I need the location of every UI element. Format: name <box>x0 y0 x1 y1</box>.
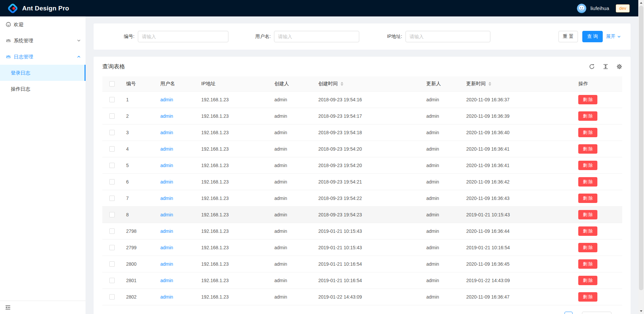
sidebar-item-label: 系统管理 <box>14 38 77 44</box>
query-button[interactable]: 查 询 <box>582 31 603 42</box>
field-ip: IP地址: <box>362 31 490 42</box>
cell-id: 7 <box>121 190 155 206</box>
delete-button[interactable]: 删 除 <box>578 144 597 154</box>
username-link[interactable]: admin <box>160 146 173 152</box>
username-link[interactable]: admin <box>160 278 173 283</box>
row-checkbox[interactable] <box>109 179 115 185</box>
sidebar-item-label: 欢迎 <box>14 21 81 28</box>
table-row: 2801 admin 192.168.1.23 admin 2019-01-21… <box>102 272 622 289</box>
delete-button[interactable]: 删 除 <box>578 161 597 170</box>
cell-updater: admin <box>421 91 461 108</box>
cell-ip: 192.168.1.23 <box>196 91 269 108</box>
username-link[interactable]: admin <box>160 130 173 135</box>
user-avatar[interactable] <box>577 4 586 13</box>
scrollbar-thumb[interactable] <box>639 6 643 290</box>
row-checkbox[interactable] <box>109 261 115 267</box>
row-checkbox[interactable] <box>109 278 115 283</box>
sidebar-item-system-management[interactable]: 系统管理 <box>0 33 86 49</box>
cell-ip: 192.168.1.23 <box>196 108 269 124</box>
menu-fold-icon[interactable] <box>5 305 11 310</box>
app-title: Ant Design Pro <box>22 5 69 12</box>
sidebar-item-welcome[interactable]: 欢迎 <box>0 16 86 33</box>
delete-button[interactable]: 删 除 <box>578 128 597 137</box>
search-card: 编号: 用户名: IP地址: 重 置 查 询 展开 <box>94 23 631 50</box>
select-all-checkbox[interactable] <box>109 81 115 87</box>
table-toolbar <box>589 64 622 69</box>
scrollbar-up-arrow[interactable] <box>638 0 644 6</box>
pagination-size-select[interactable] <box>582 312 611 314</box>
row-checkbox[interactable] <box>109 196 115 201</box>
cell-created-time: 2019-01-21 10:15:43 <box>313 239 421 256</box>
table-header-row: 编号 用户名 IP地址 创建人 创建时间 更新人 更新时间 操作 <box>102 76 622 91</box>
id-input[interactable] <box>138 31 228 42</box>
chevron-down-icon <box>617 35 621 39</box>
reload-icon[interactable] <box>589 64 595 69</box>
row-checkbox[interactable] <box>109 113 115 119</box>
cell-updated-time: 2020-11-09 16:36:39 <box>461 108 573 124</box>
pagination-active-page[interactable] <box>565 312 573 314</box>
column-header-updated[interactable]: 更新时间 <box>461 76 573 91</box>
username-link[interactable]: admin <box>160 212 173 217</box>
user-name[interactable]: liufeihua <box>590 5 609 11</box>
cell-updated-time: 2019-01-21 10:16:54 <box>461 239 573 256</box>
delete-button[interactable]: 删 除 <box>578 210 597 219</box>
row-checkbox[interactable] <box>109 130 115 135</box>
username-link[interactable]: admin <box>160 179 173 185</box>
cell-updated-time: 2020-11-09 16:36:42 <box>461 173 573 190</box>
sorter-caret-icon[interactable] <box>340 82 343 86</box>
username-link[interactable]: admin <box>160 97 173 102</box>
expand-link[interactable]: 展开 <box>606 34 621 40</box>
delete-button[interactable]: 删 除 <box>578 95 597 104</box>
username-link[interactable]: admin <box>160 245 173 250</box>
row-checkbox[interactable] <box>109 245 115 250</box>
delete-button[interactable]: 删 除 <box>578 243 597 252</box>
cell-updated-time: 2019-01-22 14:43:09 <box>461 272 573 289</box>
ip-input[interactable] <box>406 31 490 42</box>
cell-id: 2801 <box>121 272 155 289</box>
row-checkbox[interactable] <box>109 97 115 102</box>
page-scrollbar[interactable] <box>638 0 644 314</box>
logo[interactable]: Ant Design Pro <box>7 3 69 14</box>
reset-button[interactable]: 重 置 <box>558 31 578 42</box>
column-header-created[interactable]: 创建时间 <box>313 76 421 91</box>
sidebar-item-log-management[interactable]: 日志管理 <box>0 49 86 65</box>
username-input[interactable] <box>274 31 359 42</box>
cell-ip: 192.168.1.23 <box>196 256 269 272</box>
delete-button[interactable]: 删 除 <box>578 111 597 121</box>
column-header-creator: 创建人 <box>269 76 313 91</box>
cell-ip: 192.168.1.23 <box>196 124 269 141</box>
table-row: 2 admin 192.168.1.23 admin 2018-09-23 19… <box>102 108 622 124</box>
username-link[interactable]: admin <box>160 163 173 168</box>
delete-button[interactable]: 删 除 <box>578 226 597 236</box>
column-height-icon[interactable] <box>603 64 608 69</box>
delete-button[interactable]: 删 除 <box>578 259 597 269</box>
cell-creator: admin <box>269 157 313 173</box>
sidebar-item-login-log[interactable]: 登录日志 <box>0 65 86 81</box>
settings-gear-icon[interactable] <box>616 64 622 69</box>
username-link[interactable]: admin <box>160 113 173 119</box>
row-checkbox[interactable] <box>109 163 115 168</box>
sidebar-item-operation-log[interactable]: 操作日志 <box>0 81 86 97</box>
crown-icon <box>6 38 11 43</box>
username-link[interactable]: admin <box>160 261 173 267</box>
username-link[interactable]: admin <box>160 228 173 234</box>
row-checkbox[interactable] <box>109 294 115 300</box>
env-tag: dev <box>616 4 630 12</box>
cell-ip: 192.168.1.23 <box>196 223 269 239</box>
delete-button[interactable]: 删 除 <box>578 177 597 187</box>
delete-button[interactable]: 删 除 <box>578 194 597 203</box>
cell-id: 2800 <box>121 256 155 272</box>
row-checkbox[interactable] <box>109 146 115 152</box>
username-link[interactable]: admin <box>160 294 173 300</box>
sidebar: 欢迎 系统管理 日志管理 登录日志 操作日志 <box>0 16 86 314</box>
row-checkbox[interactable] <box>109 228 115 234</box>
scrollbar-down-arrow[interactable] <box>638 308 644 314</box>
delete-button[interactable]: 删 除 <box>578 292 597 302</box>
cell-updater: admin <box>421 190 461 206</box>
delete-button[interactable]: 删 除 <box>578 276 597 285</box>
cell-creator: admin <box>269 206 313 223</box>
cell-created-time: 2018-09-23 19:54:23 <box>313 206 421 223</box>
sorter-caret-icon[interactable] <box>488 82 491 86</box>
row-checkbox[interactable] <box>109 212 115 217</box>
username-link[interactable]: admin <box>160 196 173 201</box>
